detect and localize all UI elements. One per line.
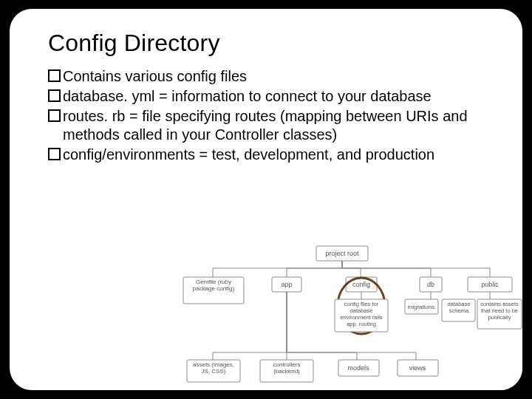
node-config-note: config files for database environment ra… <box>336 301 386 327</box>
node-public-note: contains assets that need to be publical… <box>479 301 520 321</box>
slide-title: Config Directory <box>10 9 522 67</box>
diagram-svg: project root Gemfile (ruby package confi… <box>168 242 523 392</box>
directory-diagram: project root Gemfile (ruby package confi… <box>168 242 523 392</box>
node-db: db <box>427 281 434 288</box>
node-public: public <box>481 281 499 288</box>
square-bullet-icon <box>48 109 61 122</box>
bullet-text: config/environments = test, development,… <box>63 146 482 164</box>
node-config: config <box>352 281 370 288</box>
slide-body: Contains various config files database. … <box>10 67 522 164</box>
node-controllers: controllers (backend) <box>262 361 312 375</box>
node-db-migrations: migrations <box>408 304 435 310</box>
slide: Config Directory Contains various config… <box>8 7 524 392</box>
bullet-text: routes. rb = file specifying routes (map… <box>63 107 482 144</box>
square-bullet-icon <box>48 148 61 160</box>
bullet-item: routes. rb = file specifying routes (map… <box>48 107 482 144</box>
node-gemfile: Gemfile (ruby package config) <box>185 279 242 292</box>
bullet-item: config/environments = test, development,… <box>48 146 482 164</box>
bullet-text: Contains various config files <box>63 67 482 86</box>
node-db-schema: database schema <box>443 301 474 314</box>
bullet-item: database. yml = information to connect t… <box>48 87 482 106</box>
node-views: views <box>409 364 426 372</box>
bullet-item: Contains various config files <box>48 67 482 86</box>
node-assets: assets (images, JS, CSS) <box>188 361 239 375</box>
node-app: app <box>281 281 292 288</box>
bullet-text: database. yml = information to connect t… <box>63 87 482 106</box>
node-root: project root <box>325 250 359 257</box>
node-models: models <box>347 364 369 372</box>
square-bullet-icon <box>48 69 61 82</box>
square-bullet-icon <box>48 89 61 102</box>
